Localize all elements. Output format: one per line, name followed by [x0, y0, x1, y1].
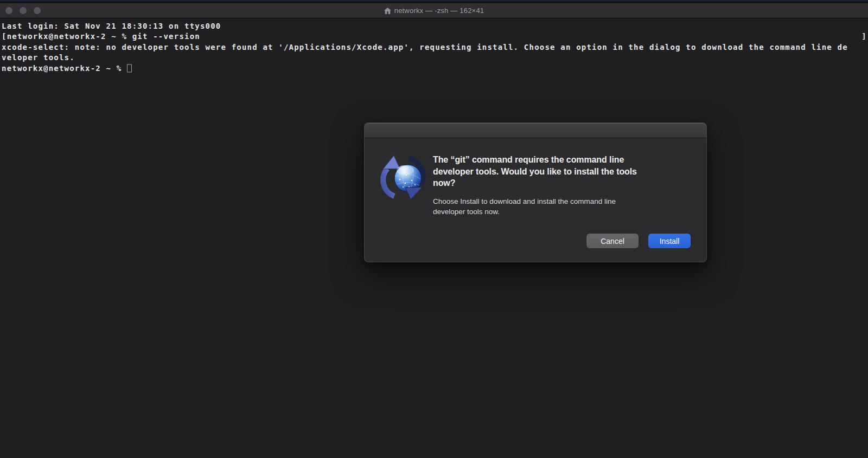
terminal-line: networkx@networkx-2 ~ % [2, 63, 868, 74]
dialog-heading-line: The “git” command requires the command l… [433, 154, 637, 166]
dialog-message-line: Choose Install to download and install t… [433, 196, 637, 207]
install-button[interactable]: Install [648, 234, 691, 248]
close-window-button[interactable] [5, 7, 12, 14]
traffic-lights [5, 3, 41, 18]
terminal-line-text: Last login: Sat Nov 21 18:30:13 on ttys0… [2, 22, 221, 30]
terminal-line-text: networkx@networkx-2 ~ % [2, 64, 127, 73]
home-folder-icon [384, 8, 391, 14]
dialog-text: The “git” command requires the command l… [433, 153, 637, 217]
window-title: networkx — -zsh — 162×41 [394, 7, 484, 15]
dialog-heading: The “git” command requires the command l… [433, 154, 637, 189]
terminal-line-text: xcode-select: note: no developer tools w… [2, 43, 848, 51]
terminal-line-text: veloper tools. [2, 53, 75, 62]
minimize-window-button[interactable] [20, 7, 27, 14]
software-update-icon [379, 153, 426, 200]
cancel-button[interactable]: Cancel [586, 234, 639, 248]
dialog-body: The “git” command requires the command l… [365, 138, 706, 217]
terminal-line: veloper tools. [2, 53, 868, 63]
dialog-buttons: Cancel Install [586, 234, 691, 248]
terminal-line: Last login: Sat Nov 21 18:30:13 on ttys0… [2, 21, 868, 31]
terminal-line: [networkx@networkx-2 ~ % git --version] [2, 31, 868, 42]
install-developer-tools-dialog: The “git” command requires the command l… [364, 122, 707, 262]
terminal-right-bracket: ] [861, 31, 867, 42]
terminal-titlebar: networkx — -zsh — 162×41 [0, 3, 868, 18]
dialog-heading-line: now? [433, 177, 637, 189]
terminal-line-text: [networkx@networkx-2 ~ % git --version [2, 32, 200, 41]
dialog-titlebar[interactable] [365, 123, 706, 138]
terminal-cursor [127, 64, 132, 73]
dialog-heading-line: developer tools. Would you like to insta… [433, 166, 637, 178]
dialog-message: Choose Install to download and install t… [433, 196, 637, 217]
zoom-window-button[interactable] [34, 7, 41, 14]
window-title-group: networkx — -zsh — 162×41 [384, 7, 484, 15]
terminal-line: xcode-select: note: no developer tools w… [2, 42, 868, 53]
dialog-message-line: developer tools now. [433, 207, 637, 217]
